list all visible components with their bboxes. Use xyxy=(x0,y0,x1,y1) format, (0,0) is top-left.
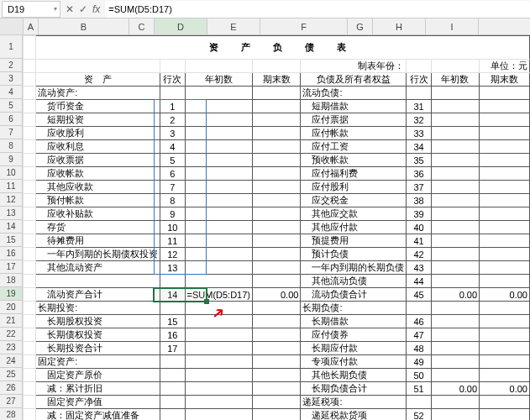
cell-i[interactable] xyxy=(480,261,530,275)
cell-c[interactable] xyxy=(160,396,185,409)
cell-d[interactable] xyxy=(185,315,253,328)
cell-g[interactable]: 36 xyxy=(407,167,431,181)
cell[interactable] xyxy=(160,60,185,73)
cell-b[interactable]: 长期股权投资 xyxy=(36,315,160,328)
cell[interactable] xyxy=(24,355,36,369)
cell-e[interactable] xyxy=(253,234,301,248)
cell-f[interactable]: 其他流动负债 xyxy=(301,275,407,288)
cell[interactable] xyxy=(24,154,36,167)
row-header-20[interactable]: 20 xyxy=(0,301,23,314)
cell-g[interactable]: 34 xyxy=(407,140,431,154)
cell-f[interactable]: 递延税款贷项 xyxy=(301,409,407,421)
cell-f[interactable]: 流动负债合计 xyxy=(301,288,407,302)
cell-d[interactable] xyxy=(185,409,253,421)
cell-c[interactable]: 13 xyxy=(160,261,185,275)
cell-e[interactable] xyxy=(253,261,301,275)
col-header-i[interactable]: I xyxy=(426,18,479,34)
row-header-25[interactable]: 25 xyxy=(0,368,23,381)
col-header-c[interactable]: C xyxy=(129,18,155,34)
cell-g[interactable]: 45 xyxy=(407,288,431,302)
cell-i[interactable] xyxy=(480,140,530,154)
cell-h[interactable] xyxy=(431,140,479,154)
cell-c[interactable]: 1 xyxy=(160,100,185,113)
cell-d[interactable] xyxy=(185,113,253,127)
cell-i[interactable] xyxy=(480,207,530,221)
cell-c[interactable]: 17 xyxy=(160,342,185,355)
cell-e[interactable] xyxy=(253,342,301,355)
cell-c[interactable]: 7 xyxy=(160,181,185,194)
cell[interactable] xyxy=(24,194,36,207)
fx-icon[interactable]: fx xyxy=(92,3,100,15)
row-header-8[interactable]: 8 xyxy=(0,139,23,153)
cell-c[interactable]: 8 xyxy=(160,194,185,207)
cell-b[interactable]: 应收票据 xyxy=(36,154,160,167)
cell-c[interactable] xyxy=(160,302,185,315)
cell-e[interactable] xyxy=(253,275,301,288)
cell[interactable] xyxy=(185,60,253,73)
cell-d[interactable] xyxy=(185,127,253,140)
row-header-21[interactable]: 21 xyxy=(0,314,23,328)
cell-d[interactable] xyxy=(185,369,253,382)
meta-year[interactable]: 制表年份： xyxy=(301,60,407,73)
cell-g[interactable]: 31 xyxy=(407,100,431,113)
cell[interactable] xyxy=(24,275,36,288)
cell-b[interactable]: 预付帐款 xyxy=(36,194,160,207)
cell-f[interactable]: 长期负债: xyxy=(301,302,407,315)
cell-c[interactable]: 9 xyxy=(160,207,185,221)
cell-e[interactable] xyxy=(253,127,301,140)
cell-e[interactable] xyxy=(253,140,301,154)
cell-i[interactable] xyxy=(480,100,530,113)
row-header-17[interactable]: 17 xyxy=(0,260,23,274)
row-header-11[interactable]: 11 xyxy=(0,180,23,193)
cell-h[interactable] xyxy=(431,181,479,194)
cell-d[interactable] xyxy=(185,140,253,154)
cell-e[interactable] xyxy=(253,302,301,315)
cell-h[interactable] xyxy=(431,221,479,234)
cell-f[interactable]: 应交税金 xyxy=(301,194,407,207)
cell-b[interactable]: 长期投资合计 xyxy=(36,342,160,355)
cell-g[interactable]: 39 xyxy=(407,207,431,221)
cell[interactable] xyxy=(24,36,36,60)
cell[interactable] xyxy=(24,315,36,328)
cell-g[interactable]: 44 xyxy=(407,275,431,288)
row-header-23[interactable]: 23 xyxy=(0,341,23,354)
cell-g[interactable]: 46 xyxy=(407,315,431,328)
cell-g[interactable]: 51 xyxy=(407,382,431,396)
hdr-end2[interactable]: 期末数 xyxy=(480,73,530,87)
cell-i[interactable] xyxy=(480,328,530,342)
cells-table[interactable]: 资 产 负 债 表制表年份：单位：元资 产行次年初数期末数负债及所有者权益行次年… xyxy=(23,35,530,420)
cell-g[interactable]: 48 xyxy=(407,342,431,355)
cell-f[interactable]: 应付福利费 xyxy=(301,167,407,181)
cell-i[interactable] xyxy=(480,181,530,194)
cancel-icon[interactable]: ✕ xyxy=(66,3,74,15)
cell-c[interactable]: 6 xyxy=(160,167,185,181)
cell-i[interactable] xyxy=(480,154,530,167)
cell-e[interactable] xyxy=(253,248,301,261)
cell-e[interactable] xyxy=(253,355,301,369)
row-header-19[interactable]: 19 xyxy=(0,287,23,301)
sheet-title[interactable]: 资 产 负 债 表 xyxy=(36,36,530,60)
cell-e[interactable] xyxy=(253,113,301,127)
cell-g[interactable] xyxy=(407,302,431,315)
cell-e[interactable] xyxy=(253,207,301,221)
cell-f[interactable]: 应付票据 xyxy=(301,113,407,127)
hdr-row1[interactable]: 行次 xyxy=(160,73,185,87)
cell[interactable] xyxy=(24,167,36,181)
cell-c[interactable] xyxy=(160,369,185,382)
cell-b[interactable]: 其他流动资产 xyxy=(36,261,160,275)
cell-g[interactable]: 47 xyxy=(407,328,431,342)
cell[interactable] xyxy=(24,100,36,113)
cell-i[interactable] xyxy=(480,248,530,261)
cell-b[interactable]: 固定资产净值 xyxy=(36,396,160,409)
cell-i[interactable] xyxy=(480,113,530,127)
cell-f[interactable]: 其他应交款 xyxy=(301,207,407,221)
cell-c[interactable]: 16 xyxy=(160,328,185,342)
cell-e[interactable]: 0.00 xyxy=(253,288,301,302)
cell-h[interactable] xyxy=(431,261,479,275)
col-header-a[interactable]: A xyxy=(24,18,39,34)
cell-c[interactable]: 15 xyxy=(160,315,185,328)
cell-b[interactable]: 减：累计折旧 xyxy=(36,382,160,396)
cell-d[interactable] xyxy=(185,275,253,288)
cell-h[interactable] xyxy=(431,396,479,409)
row-header-1[interactable]: 1 xyxy=(0,35,23,59)
